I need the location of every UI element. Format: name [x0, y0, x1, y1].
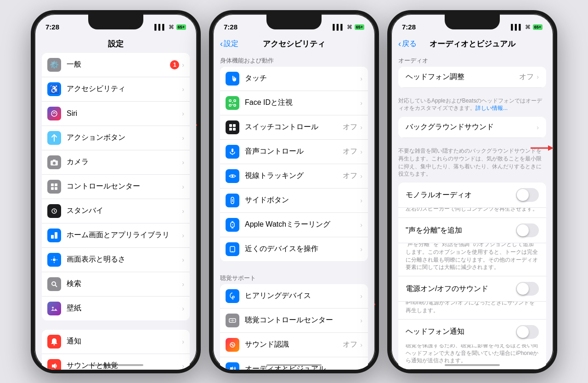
row-soundrec[interactable]: サウンド認識 オフ ›: [220, 333, 368, 357]
bgsound-chevron: ›: [537, 124, 539, 131]
phone2-nav-title: アクセシビリティ: [263, 39, 325, 49]
settings-row-display[interactable]: 画面表示と明るさ ›: [42, 248, 190, 272]
settings-row-general[interactable]: ⚙️ 一般 1 ›: [42, 53, 190, 77]
neardevice-icon: [226, 242, 239, 256]
headphone-adjust-chevron: ›: [537, 73, 539, 80]
bgsound-description: 不要な雑音を聞い隠すためのバックグラウンドサウンドを再生します。これらのサウンド…: [391, 147, 554, 183]
phone1-status-icons: ▌▌▌ ⌘ 65+: [154, 24, 186, 30]
phone2-back-chevron: ‹: [220, 39, 223, 49]
phone3-time: 7:28: [402, 23, 416, 31]
row-faceid[interactable]: Face IDと注視 ›: [220, 91, 368, 115]
applewatch-chevron: ›: [360, 221, 362, 229]
row-sidebutton[interactable]: サイドボタン ›: [220, 189, 368, 213]
settings-row-camera[interactable]: カメラ ›: [42, 150, 190, 175]
switch-icon: [226, 120, 239, 134]
phone3-audio-label: オーディオ: [391, 53, 554, 67]
phone2-signal-icon: ▌▌▌: [333, 24, 345, 30]
row-voice-separate[interactable]: "声を分離"を追加: [398, 217, 546, 243]
sidebutton-label: サイドボタン: [245, 195, 360, 205]
row-headphone-adjust[interactable]: ヘッドフォン調整 オフ ›: [398, 67, 546, 88]
siri-icon: [47, 107, 61, 120]
settings-row-sounds[interactable]: サウンドと触覚 ›: [42, 354, 190, 373]
phone2-home-indicator: [266, 364, 322, 366]
camera-chevron: ›: [182, 159, 184, 166]
wallpaper-chevron: ›: [182, 305, 184, 312]
row-applewatch[interactable]: Apple Watchミラーリング ›: [220, 213, 368, 237]
voice-separate-desc: "声を分離" を "対話を強調" のオプションとして追加します。このオプションを…: [398, 240, 546, 276]
power-sound-toggle[interactable]: [516, 282, 539, 296]
settings-row-home[interactable]: ホーム画面とアプリライブラリ ›: [42, 223, 190, 248]
svg-rect-12: [55, 232, 57, 239]
phone2-content[interactable]: 身体機能および動作 タッチ › Fa: [213, 53, 375, 373]
settings-row-search[interactable]: 検索 ›: [42, 272, 190, 297]
switch-chevron: ›: [360, 124, 362, 131]
voice-separate-toggle[interactable]: [516, 223, 539, 237]
row-hearing[interactable]: ヒアリングデバイス ›: [220, 284, 368, 309]
svg-rect-31: [234, 104, 236, 106]
wallpaper-icon: [47, 302, 61, 315]
row-eyetrack[interactable]: 視線トラッキング オフ ›: [220, 164, 368, 189]
phone3-signal-icon: ▌▌▌: [511, 24, 523, 30]
neardevice-label: 近くのデバイスを操作: [245, 244, 360, 254]
phone1-group1: ⚙️ 一般 1 › ♿ アクセシビリティ ›: [42, 53, 190, 320]
settings-row-standby[interactable]: スタンバイ ›: [42, 199, 190, 223]
row-bgsound[interactable]: バックグラウンドサウンド ›: [398, 117, 546, 138]
phone3-content[interactable]: オーディオ ヘッドフォン調整 オフ › 対応しているAppleおよびBeatsの…: [391, 53, 554, 373]
phone3-nav-title: オーディオとビジュアル: [430, 39, 515, 49]
settings-row-action[interactable]: アクションボタン ›: [42, 126, 190, 150]
camera-label: カメラ: [67, 157, 182, 167]
svg-rect-29: [234, 100, 236, 102]
row-audiocontrol[interactable]: 聴覚コントロールセンター ›: [220, 309, 368, 333]
hearing-label: ヒアリングデバイス: [245, 291, 360, 301]
row-mono[interactable]: モノラルオーディオ: [398, 183, 546, 208]
headphone-desc-link[interactable]: 詳しい情報...: [475, 105, 508, 111]
row-touch[interactable]: タッチ ›: [220, 67, 368, 91]
power-sound-label: 電源オン/オフのサウンド: [406, 284, 516, 294]
row-voice[interactable]: 音声コントロール オフ ›: [220, 140, 368, 164]
phone2-back-button[interactable]: ‹ 設定: [220, 39, 238, 49]
audiocontrol-icon: [226, 314, 239, 327]
settings-row-accessibility[interactable]: ♿ アクセシビリティ ›: [42, 77, 190, 102]
settings-row-notifications[interactable]: 通知 ›: [42, 330, 190, 354]
signal-icon: ▌▌▌: [154, 24, 166, 30]
svg-point-39: [232, 175, 233, 177]
phone1-nav-title: 設定: [108, 39, 124, 49]
siri-chevron: ›: [182, 110, 184, 117]
phone1-content[interactable]: ⚙️ 一般 1 › ♿ アクセシビリティ ›: [34, 53, 197, 373]
svg-rect-11: [51, 235, 54, 239]
settings-row-control[interactable]: コントロールセンター ›: [42, 175, 190, 199]
row-switch[interactable]: スイッチコントロール オフ ›: [220, 115, 368, 140]
settings-row-siri[interactable]: Siri ›: [42, 102, 190, 126]
notifications-label: 通知: [67, 337, 182, 346]
general-badge: 1: [170, 60, 179, 69]
control-label: コントロールセンター: [67, 182, 182, 191]
eyetrack-label: 視線トラッキング: [245, 171, 343, 181]
svg-point-18: [52, 282, 56, 286]
faceid-chevron: ›: [360, 99, 362, 107]
phone3-home-indicator: [445, 364, 500, 366]
row-neardevice[interactable]: 近くのデバイスを操作 ›: [220, 237, 368, 261]
touch-icon: [226, 72, 239, 86]
svg-rect-5: [55, 183, 57, 186]
eyetrack-chevron: ›: [360, 172, 362, 180]
siri-label: Siri: [67, 109, 182, 118]
notifications-chevron: ›: [182, 338, 184, 345]
home-chevron: ›: [182, 232, 184, 239]
accessibility-label: アクセシビリティ: [67, 84, 182, 94]
phone2-wrapper: 7:28 ▌▌▌ ⌘ 65+ ‹ 設定 アクセシビリティ 身体機能および動作: [209, 10, 379, 373]
audiocontrol-label: 聴覚コントロールセンター: [245, 315, 360, 325]
phone2-wifi-icon: ⌘: [347, 24, 352, 30]
notifications-icon: [47, 335, 61, 349]
voice-label: 音声コントロール: [245, 147, 343, 156]
mono-toggle[interactable]: [516, 188, 539, 202]
phone3-back-button[interactable]: ‹ 戻る: [398, 39, 417, 49]
phone3-wrapper: 7:28 ▌▌▌ ⌘ 65+ ‹ 戻る オーディオとビジュアル オーディオ: [387, 10, 557, 373]
search-label: 検索: [67, 279, 182, 289]
row-power-sound[interactable]: 電源オン/オフのサウンド: [398, 276, 546, 302]
sounds-chevron: ›: [182, 362, 184, 370]
row-headphone-notify[interactable]: ヘッドフォン通知: [398, 319, 546, 344]
phone3-status-icons: ▌▌▌ ⌘ 65+: [511, 24, 543, 30]
headphone-notify-toggle[interactable]: [516, 325, 539, 339]
settings-row-wallpaper[interactable]: 壁紙 ›: [42, 297, 190, 320]
eyetrack-icon: [226, 169, 239, 183]
